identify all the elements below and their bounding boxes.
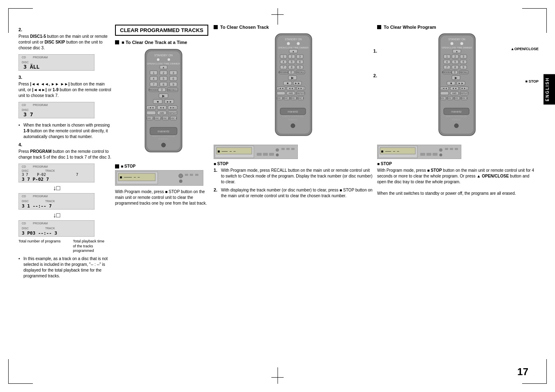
svg-text:AMS: AMS [159, 112, 164, 114]
svg-text:PROGRAM: PROGRAM [33, 56, 48, 59]
svg-rect-245 [450, 148, 453, 150]
svg-point-107 [297, 42, 299, 45]
svg-text:RECALL: RECALL [460, 71, 468, 74]
lcd-step4c: CD PROGRAM DISC TRACK 3 P03 --:-- 3 [18, 220, 113, 238]
svg-text:PROGRAM: PROGRAM [279, 71, 289, 74]
step2-chosen-text: With displaying the track number (or dis… [221, 187, 373, 199]
svg-text:AMS: AMS [452, 92, 457, 95]
svg-text:▲: ▲ [162, 66, 165, 69]
clear-chosen-label: To Clear Chosen Track [220, 25, 269, 30]
remote-area-middle: STANDBY ON OPEN/CLOSE TIME DIMMER ▲ 1 2 … [115, 47, 212, 162]
page-number: 17 [517, 366, 528, 378]
svg-text:CD: CD [22, 104, 26, 106]
svg-text:4: 4 [446, 60, 448, 63]
svg-text:REMOTE CONTROLLER: REMOTE CONTROLLER [446, 115, 467, 118]
svg-rect-250 [433, 153, 438, 156]
arrow-down-1: ↓□ [18, 184, 94, 192]
right-area: To Clear Chosen Track 1. 2. STANDBY ON O… [214, 25, 537, 201]
svg-text:9: 9 [463, 66, 464, 69]
svg-text:DISC 2: DISC 2 [447, 97, 453, 99]
bullet2-text: In this example, as a track on a disc th… [23, 256, 113, 279]
svg-rect-172 [291, 148, 295, 150]
total-time-label: Total playback time of the tracks progra… [73, 239, 106, 254]
svg-rect-175 [263, 153, 268, 156]
svg-text:marantz: marantz [157, 129, 169, 133]
svg-rect-246 [455, 148, 458, 150]
lcd-svg-step4c: CD PROGRAM DISC TRACK 3 P03 --:-- 3 [18, 220, 94, 237]
svg-text:7: 7 [283, 66, 284, 69]
svg-text:5: 5 [291, 60, 292, 63]
middle-column: CLEAR PROGRAMMED TRACKS ■ To Clear One T… [115, 25, 212, 209]
svg-point-238 [454, 124, 458, 128]
svg-text:CD: CD [22, 165, 26, 168]
svg-text:OPEN/CLOSE  TIME  DIMMER: OPEN/CLOSE TIME DIMMER [441, 46, 472, 49]
svg-text:|◄◄: |◄◄ [442, 87, 447, 90]
svg-text:TRACK: TRACK [45, 200, 55, 203]
svg-text:3   7: 3 7 [23, 111, 33, 118]
svg-text:AMS: AMS [288, 92, 293, 95]
lcd-svg-step2: CD PROGRAM DISC 3 ÄLL [18, 54, 94, 71]
step2-chosen: 2. With displaying the track number (or … [214, 187, 373, 199]
svg-text:marantz: marantz [451, 110, 462, 113]
svg-text:2: 2 [454, 55, 456, 58]
clear-programmed-tracks-box: CLEAR PROGRAMMED TRACKS [115, 25, 208, 36]
svg-text:TRACK: TRACK [45, 227, 55, 230]
svg-text:1: 1 [283, 55, 284, 58]
svg-text:CD: CD [22, 195, 26, 198]
svg-text:DISC: DISC [22, 227, 29, 230]
svg-text:marantz: marantz [288, 110, 298, 113]
svg-text:■ ─── ─ ─: ■ ─── ─ ─ [381, 150, 399, 153]
svg-text:►► |: ►► | [461, 87, 467, 90]
svg-rect-244 [445, 148, 448, 150]
open-close-label: ▲OPEN/CLOSE [511, 47, 539, 51]
svg-rect-97 [185, 174, 188, 176]
svg-text:■  ──── ─ ─: ■ ──── ─ ─ [120, 175, 140, 179]
clear-box-label: CLEAR PROGRAMMED TRACKS [120, 27, 203, 33]
step2-text: Press DISC1-5 button on the main unit or… [18, 34, 113, 51]
crosshair-top [277, 8, 278, 25]
page-content: 2. Press DISC1-5 button on the main unit… [18, 25, 537, 367]
svg-text:STANDBY  ON: STANDBY ON [285, 38, 302, 41]
svg-text:9: 9 [173, 83, 174, 86]
svg-rect-249 [426, 153, 431, 156]
svg-text:►►: ►► [458, 82, 464, 85]
svg-point-173 [276, 154, 279, 157]
step2-chosen-num: 2. [214, 187, 219, 199]
remote-svg-middle: STANDBY ON OPEN/CLOSE TIME DIMMER ▲ 1 2 … [141, 47, 186, 162]
svg-text:STANDBY  ON: STANDBY ON [154, 54, 173, 57]
svg-rect-171 [286, 148, 290, 150]
clear-whole-label: To Clear Whole Program [384, 25, 436, 30]
svg-text:RECALL+: RECALL+ [167, 89, 177, 91]
svg-text:0: 0 [454, 71, 456, 74]
svg-text:PROGRAM: PROGRAM [33, 222, 48, 225]
svg-point-106 [287, 42, 290, 45]
step-label-2: 2. [373, 73, 377, 78]
svg-text:5: 5 [163, 77, 164, 80]
step-label-1: 1. [373, 48, 377, 53]
svg-text:DISC 2: DISC 2 [283, 97, 290, 99]
lcd-step2: CD PROGRAM DISC 3 ÄLL [18, 54, 113, 71]
svg-text:3: 3 [173, 71, 174, 74]
clear-one-track-header: ■ To Clear One Track at a Time [115, 40, 212, 45]
svg-text:3  1    --:--    7: 3 1 --:-- 7 [22, 203, 52, 209]
svg-point-96 [179, 174, 183, 178]
svg-text:6: 6 [299, 60, 301, 63]
svg-text:▲: ▲ [292, 50, 295, 53]
svg-text:CD: CD [22, 222, 26, 225]
clear-one-track-label: ■ To Clear One Track at a Time [122, 40, 187, 45]
svg-text:REPEAT: REPEAT [297, 92, 305, 95]
svg-text:7: 7 [446, 66, 448, 69]
svg-text:RECALL: RECALL [296, 71, 304, 74]
svg-text:8: 8 [454, 66, 456, 69]
svg-text:▶: ▶ [162, 94, 165, 98]
svg-text:1: 1 [446, 55, 448, 58]
svg-text:REPEAT: REPEAT [460, 92, 468, 95]
remote-svg-whole: STANDBY ON OPEN/CLOSE TIME DIMMER ▲ 1 2 … [435, 32, 479, 143]
stop-label: ■ STOP [121, 164, 136, 168]
svg-text:8: 8 [291, 66, 292, 69]
stop-chosen: ■ STOP [214, 161, 373, 166]
svg-text:0: 0 [161, 88, 163, 91]
step4-text: Press PROGRAM button on the remote contr… [18, 149, 113, 160]
svg-text:5: 5 [454, 60, 456, 63]
remote-chosen-area: 1. 2. STANDBY ON OPEN/CLOSE TIME DIMMER … [214, 32, 373, 143]
